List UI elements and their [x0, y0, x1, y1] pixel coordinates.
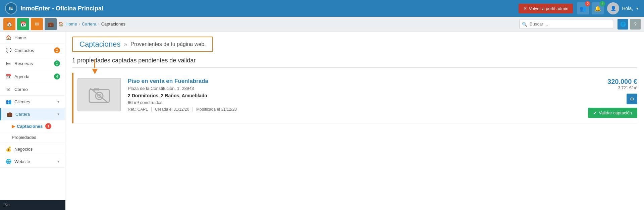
property-image — [77, 78, 121, 111]
cartera-chevron-icon: ▼ — [57, 112, 60, 116]
sidebar-item-contactos[interactable]: 💬 Contactos 2 — [0, 44, 65, 57]
page-header-box: Captaciones » Provenientes de tu página … — [72, 37, 213, 52]
page-subtitle: Provenientes de tu página web. — [130, 41, 206, 47]
breadcrumb-sep1: › — [79, 21, 80, 27]
property-created: Creada el 31/12/20 — [155, 107, 193, 112]
users-icon-btn[interactable]: 👥 2 — [577, 2, 589, 14]
page-title: Captaciones — [79, 40, 120, 49]
search-input[interactable] — [519, 19, 613, 29]
reservas-icon: 🛏 — [5, 61, 12, 66]
top-header: IE InmoEnter - Oficina Principal ✕ Volve… — [0, 0, 644, 17]
toolbar-home-btn[interactable]: 🏠 — [3, 18, 15, 30]
property-modified: Modificada el 31/12/20 — [196, 107, 240, 112]
sidebar-item-website[interactable]: 🌐 Website ▼ — [0, 155, 65, 168]
logo-area: IE InmoEnter - Oficina Principal — [5, 2, 103, 14]
sidebar-label-reservas: Reservas — [14, 61, 33, 66]
contactos-badge: 2 — [54, 47, 60, 53]
help-icon-btn[interactable]: ? — [630, 19, 641, 30]
breadcrumb-cartera-link[interactable]: Cartera — [82, 21, 96, 27]
bottom-bar-text: INe — [3, 203, 10, 207]
sidebar-item-correo[interactable]: ✉ Correo — [0, 83, 65, 96]
clientes-icon: 👥 — [5, 99, 12, 104]
property-gear-button[interactable]: ⚙ — [627, 94, 637, 104]
sidebar-subitem-captaciones[interactable]: ▶ Captaciones 1 ← — [0, 120, 65, 132]
price-value: 320.000 € — [607, 78, 637, 86]
users-badge: 2 — [585, 1, 590, 6]
toolbar-calendar-btn[interactable]: 📅 — [17, 18, 29, 30]
website-chevron-icon: ▼ — [57, 160, 60, 163]
down-arrow-annotation: ▼ — [90, 68, 100, 74]
sidebar-item-clientes[interactable]: 👥 Clientes ▼ — [0, 96, 65, 108]
sidebar-item-home[interactable]: 🏠 Home — [0, 32, 65, 44]
search-icon: 🔍 — [522, 21, 527, 27]
validate-button[interactable]: ✔ Validar captación — [588, 108, 637, 118]
sidebar-label-correo: Correo — [14, 87, 28, 92]
property-details: Piso en venta en Fuenlabrada Plaza de la… — [128, 78, 577, 112]
sidebar-subitem-propiedades[interactable]: Propiedades — [0, 132, 65, 143]
sidebar-label-agenda: Agenda — [14, 74, 30, 79]
cartera-icon: 💼 — [6, 111, 13, 117]
page-title-sep: » — [124, 41, 127, 48]
sidebar-item-agenda[interactable]: 📅 Agenda 4 — [0, 70, 65, 83]
header-icons: 👥 2 🔔 4 — [577, 2, 604, 14]
sidebar-item-cartera[interactable]: 💼 Cartera ▼ — [0, 108, 65, 120]
correo-icon: ✉ — [5, 87, 12, 92]
breadcrumb-home-link[interactable]: Home — [65, 21, 77, 27]
alerts-icon-btn[interactable]: 🔔 4 — [592, 2, 604, 14]
agenda-badge: 4 — [54, 73, 60, 80]
agenda-icon: 📅 — [5, 74, 12, 79]
checkmark-icon: ✔ — [593, 110, 597, 115]
sidebar-label-cartera: Cartera — [15, 112, 30, 117]
home-icon: 🏠 — [5, 35, 12, 40]
globe-icon-btn[interactable]: 🌐 — [618, 19, 628, 30]
sidebar-label-negocios: Negocios — [14, 147, 33, 152]
property-price: 320.000 € 3.721 €/m² — [607, 78, 637, 90]
property-area: 86 m² construidos — [128, 100, 577, 105]
x-icon: ✕ — [523, 6, 527, 11]
toolbar-briefcase-btn[interactable]: 💼 — [45, 18, 57, 30]
toolbar-email-btn[interactable]: ✉ — [31, 18, 43, 30]
breadcrumb-current: Captaciones — [101, 21, 125, 27]
price-sqm: 3.721 €/m² — [607, 86, 637, 90]
breadcrumb-sep2: › — [98, 21, 99, 27]
clientes-chevron-icon: ▼ — [57, 100, 60, 104]
contactos-icon: 💬 — [5, 48, 12, 53]
avatar: 👤 — [607, 2, 619, 14]
user-area[interactable]: 👤 Hola, ▼ — [607, 2, 639, 14]
bottom-bar: INe — [0, 200, 65, 210]
sidebar: 🏠 Home 💬 Contactos 2 🛏 Reservas 1 📅 Agen… — [0, 32, 65, 210]
sidebar-item-reservas[interactable]: 🛏 Reservas 1 — [0, 57, 65, 70]
action-buttons: ⚙ — [627, 94, 637, 104]
sidebar-label-propiedades: Propiedades — [12, 135, 36, 140]
property-features: 2 Dormitorios, 2 Baños, Amueblado — [128, 93, 577, 98]
property-title[interactable]: Piso en venta en Fuenlabrada — [128, 78, 577, 85]
sidebar-label-captaciones: Captaciones — [17, 124, 43, 129]
hola-text: Hola, — [622, 6, 633, 11]
sidebar-label-home: Home — [14, 35, 26, 40]
website-icon: 🌐 — [5, 159, 12, 164]
property-address: Plaza de la Constitución, 1, 28943 — [128, 86, 577, 91]
search-area: 🔍 — [519, 19, 613, 29]
breadcrumb: 🏠 Home › Cartera › Captaciones — [58, 21, 518, 27]
reservas-badge: 1 — [54, 60, 60, 66]
sidebar-item-negocios[interactable]: 💰 Negocios — [0, 143, 65, 155]
sidebar-label-contactos: Contactos — [14, 48, 34, 53]
user-chevron-icon: ▼ — [636, 7, 639, 10]
property-price-actions: 320.000 € 3.721 €/m² ⚙ ✔ Validar captaci… — [577, 78, 637, 118]
sidebar-label-clientes: Clientes — [14, 99, 30, 104]
negocios-icon: 💰 — [5, 146, 12, 152]
svg-line-4 — [90, 88, 108, 103]
main-layout: 🏠 Home 💬 Contactos 2 🛏 Reservas 1 📅 Agen… — [0, 32, 644, 210]
toolbar-row: 🏠 📅 ✉ 💼 🏠 Home › Cartera › Captaciones 🔍… — [0, 17, 644, 32]
captaciones-bullet: ▶ — [12, 124, 15, 129]
property-card: ▼ Piso en venta en Fuenlabrada Plaza de … — [72, 73, 637, 123]
captaciones-badge: 1 — [45, 123, 51, 129]
property-meta: Ref.: CAP1 Creada el 31/12/20 Modificada… — [128, 107, 577, 112]
properties-heading: 1 propiedades captadas pendientes de val… — [72, 57, 637, 68]
main-content: Captaciones » Provenientes de tu página … — [65, 32, 644, 210]
back-admin-button[interactable]: ✕ Volver a perfil admin — [519, 4, 573, 13]
app-logo: IE — [5, 2, 17, 14]
app-title: InmoEnter - Oficina Principal — [20, 5, 103, 12]
alerts-badge: 4 — [600, 1, 605, 6]
breadcrumb-home-icon: 🏠 — [58, 21, 64, 27]
